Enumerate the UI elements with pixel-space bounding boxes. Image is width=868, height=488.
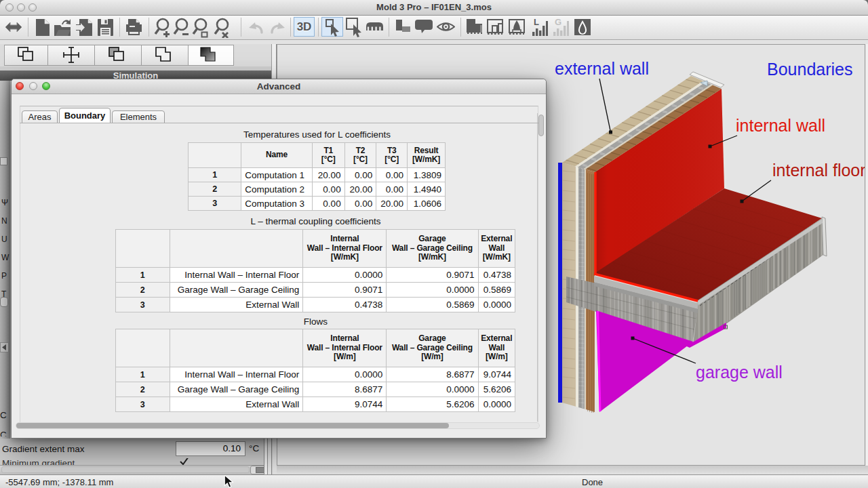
svg-text:external wall: external wall (555, 59, 649, 78)
svg-text:G: G (555, 18, 561, 27)
svg-text:garage wall: garage wall (696, 363, 783, 382)
svg-text:internal floor: internal floor (772, 161, 865, 180)
svg-text:L: L (534, 18, 539, 27)
svg-text:Boundaries: Boundaries (767, 60, 852, 79)
svg-text:internal wall: internal wall (736, 116, 825, 135)
